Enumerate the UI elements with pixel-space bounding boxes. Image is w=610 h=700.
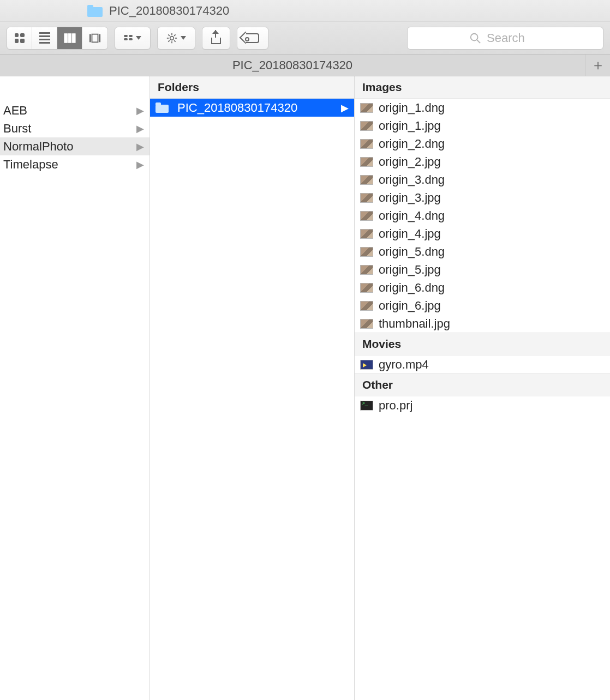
file-row[interactable]: origin_6.jpg (355, 297, 610, 315)
file-name: origin_6.jpg (379, 299, 605, 313)
section-header-movies: Movies (355, 333, 610, 355)
tag-icon (246, 33, 259, 43)
groupby-icon (124, 35, 133, 41)
share-icon (211, 38, 221, 44)
file-thumbnail-icon (360, 401, 373, 411)
file-name: origin_3.dng (379, 173, 605, 187)
toolbar (0, 22, 610, 55)
columns-icon (64, 32, 76, 44)
svg-rect-2 (72, 33, 75, 43)
svg-rect-1 (68, 33, 71, 43)
file-thumbnail-icon (360, 247, 373, 257)
file-name: origin_1.dng (379, 101, 605, 115)
file-row[interactable]: origin_5.jpg (355, 261, 610, 279)
file-row[interactable]: thumbnail.jpg (355, 315, 610, 333)
action-dropdown[interactable] (157, 27, 195, 50)
col2-row[interactable]: PIC_20180830174320▶ (150, 99, 354, 117)
file-row[interactable]: origin_4.jpg (355, 225, 610, 243)
file-name: pro.prj (379, 399, 605, 413)
file-name: origin_2.dng (379, 137, 605, 151)
file-thumbnail-icon (360, 319, 373, 329)
folder-label: Burst (3, 122, 131, 136)
search-icon (469, 32, 481, 44)
groupby-dropdown[interactable] (115, 27, 151, 50)
file-thumbnail-icon (360, 360, 373, 370)
folder-icon (156, 102, 170, 113)
view-gallery-button[interactable] (82, 27, 107, 49)
file-name: origin_5.dng (379, 245, 605, 259)
file-row[interactable]: origin_2.jpg (355, 153, 610, 171)
file-row[interactable]: origin_2.dng (355, 135, 610, 153)
col1-row[interactable]: AEB▶ (0, 101, 149, 119)
folder-label: PIC_20180830174320 (177, 101, 336, 115)
file-thumbnail-icon (360, 265, 373, 275)
chevron-right-icon: ▶ (136, 123, 144, 135)
col1-row[interactable]: NormalPhoto▶ (0, 137, 149, 155)
section-images: Images origin_1.dngorigin_1.jpgorigin_2.… (355, 76, 610, 333)
file-thumbnail-icon (360, 121, 373, 131)
file-row[interactable]: origin_6.dng (355, 279, 610, 297)
file-thumbnail-icon (360, 301, 373, 311)
svg-line-12 (174, 40, 176, 42)
tab[interactable]: PIC_20180830174320 (0, 55, 585, 76)
window-title: PIC_20180830174320 (109, 4, 229, 18)
section-other: Other pro.prj (355, 373, 610, 414)
view-list-button[interactable] (32, 27, 57, 49)
search-field[interactable] (407, 27, 603, 50)
svg-rect-4 (92, 34, 98, 42)
svg-rect-0 (64, 33, 67, 43)
file-row[interactable]: origin_1.dng (355, 99, 610, 117)
view-mode-segment (7, 27, 108, 50)
svg-line-14 (174, 34, 176, 36)
col2-list: PIC_20180830174320▶ (150, 99, 354, 117)
folder-label: Timelapse (3, 158, 131, 172)
file-thumbnail-icon (360, 157, 373, 167)
file-row[interactable]: origin_5.dng (355, 243, 610, 261)
file-row[interactable]: origin_4.dng (355, 207, 610, 225)
file-row[interactable]: origin_3.jpg (355, 189, 610, 207)
file-thumbnail-icon (360, 211, 373, 221)
view-icons-button[interactable] (7, 27, 32, 49)
images-list: origin_1.dngorigin_1.jpgorigin_2.dngorig… (355, 99, 610, 333)
gallery-icon (89, 32, 101, 44)
plus-icon: ＋ (591, 56, 605, 75)
file-name: origin_6.dng (379, 281, 605, 295)
svg-line-13 (168, 40, 170, 42)
file-name: gyro.mp4 (379, 358, 605, 372)
folder-label: NormalPhoto (3, 140, 131, 154)
chevron-right-icon: ▶ (341, 102, 349, 114)
file-name: origin_2.jpg (379, 155, 605, 169)
col2-header: Folders (150, 76, 354, 99)
tabbar: PIC_20180830174320 ＋ (0, 55, 610, 76)
chevron-down-icon (181, 36, 186, 40)
col1-list: AEB▶Burst▶NormalPhoto▶Timelapse▶ (0, 101, 149, 173)
col1-row[interactable]: Timelapse▶ (0, 155, 149, 173)
file-name: origin_4.jpg (379, 227, 605, 241)
file-thumbnail-icon (360, 229, 373, 239)
col1-row[interactable]: Burst▶ (0, 119, 149, 137)
search-input[interactable] (487, 31, 541, 45)
file-row[interactable]: gyro.mp4 (355, 355, 610, 373)
column-1: AEB▶Burst▶NormalPhoto▶Timelapse▶ (0, 76, 150, 700)
share-button[interactable] (202, 27, 230, 50)
column-browser: AEB▶Burst▶NormalPhoto▶Timelapse▶ Folders… (0, 76, 610, 700)
view-columns-button[interactable] (57, 27, 82, 49)
file-thumbnail-icon (360, 139, 373, 149)
tags-button[interactable] (237, 27, 268, 50)
svg-rect-5 (99, 34, 100, 42)
file-row[interactable]: origin_3.dng (355, 171, 610, 189)
file-row[interactable]: origin_1.jpg (355, 117, 610, 135)
file-name: origin_5.jpg (379, 263, 605, 277)
file-name: origin_3.jpg (379, 191, 605, 205)
section-movies: Movies gyro.mp4 (355, 333, 610, 373)
chevron-right-icon: ▶ (136, 141, 144, 153)
list-icon (39, 32, 50, 44)
chevron-down-icon (136, 36, 141, 40)
new-tab-button[interactable]: ＋ (585, 55, 610, 76)
col3-body: Images origin_1.dngorigin_1.jpgorigin_2.… (355, 76, 610, 414)
gear-icon (166, 33, 177, 44)
file-thumbnail-icon (360, 193, 373, 203)
file-row[interactable]: pro.prj (355, 396, 610, 414)
column-3: Images origin_1.dngorigin_1.jpgorigin_2.… (355, 76, 610, 700)
column-2: Folders PIC_20180830174320▶ (150, 76, 355, 700)
